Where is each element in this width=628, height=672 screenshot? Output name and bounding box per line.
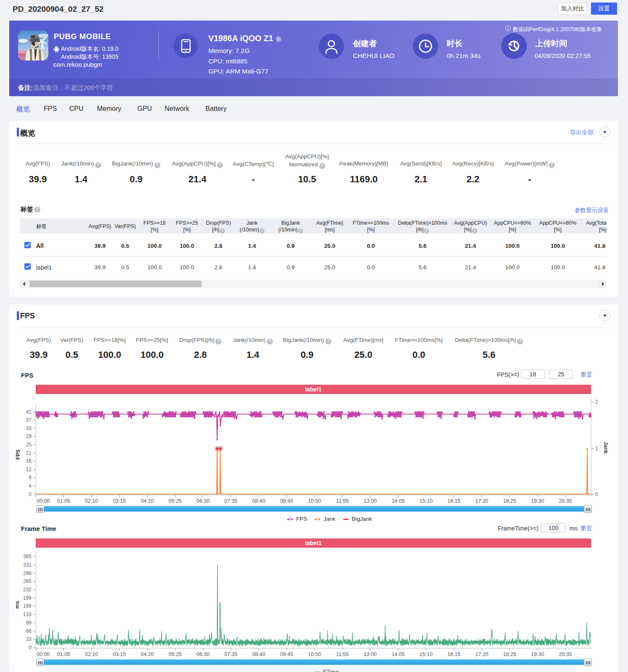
svg-text:07:35: 07:35 [224, 498, 237, 504]
svg-text:11:55: 11:55 [336, 651, 349, 657]
svg-text:01:05: 01:05 [57, 498, 70, 504]
svg-text:04:20: 04:20 [141, 651, 154, 657]
svg-text:199: 199 [23, 595, 32, 601]
svg-text:17:20: 17:20 [475, 498, 488, 504]
svg-text:06:30: 06:30 [197, 651, 210, 657]
svg-text:18:25: 18:25 [503, 651, 516, 657]
svg-text:33: 33 [26, 425, 32, 431]
svg-text:21: 21 [26, 450, 32, 456]
svg-text:02:10: 02:10 [85, 498, 98, 504]
svg-text:05:25: 05:25 [168, 651, 181, 657]
svg-text:2: 2 [595, 399, 598, 405]
svg-text:13:00: 13:00 [364, 651, 377, 657]
svg-text:37: 37 [26, 417, 32, 423]
svg-text:166: 166 [23, 603, 32, 609]
svg-text:03:15: 03:15 [113, 498, 126, 504]
svg-text:331: 331 [23, 562, 32, 568]
svg-text:41: 41 [26, 409, 32, 415]
svg-text:20:35: 20:35 [559, 498, 572, 504]
svg-text:0: 0 [29, 491, 32, 497]
svg-text:66: 66 [26, 628, 32, 634]
svg-text:25: 25 [26, 442, 32, 448]
svg-text:10:50: 10:50 [308, 651, 321, 657]
svg-text:10:50: 10:50 [308, 498, 321, 504]
svg-text:365: 365 [23, 554, 32, 559]
svg-text:11:55: 11:55 [336, 498, 349, 504]
svg-text:133: 133 [23, 612, 32, 617]
svg-text:17:20: 17:20 [475, 651, 488, 657]
svg-text:14:05: 14:05 [392, 498, 405, 504]
svg-text:01:05: 01:05 [57, 651, 70, 657]
svg-text:29: 29 [26, 433, 32, 439]
svg-text:8: 8 [29, 475, 32, 480]
svg-text:13:00: 13:00 [364, 498, 377, 504]
svg-text:33: 33 [26, 636, 32, 642]
svg-text:99: 99 [26, 620, 32, 626]
svg-text:0: 0 [595, 491, 598, 497]
svg-text:04:20: 04:20 [141, 498, 154, 504]
svg-text:00:00: 00:00 [37, 651, 50, 657]
svg-text:1: 1 [595, 446, 598, 452]
svg-text:03:15: 03:15 [113, 651, 126, 657]
svg-text:16: 16 [26, 458, 32, 464]
svg-text:15:10: 15:10 [420, 651, 433, 657]
svg-text:20:35: 20:35 [559, 651, 572, 657]
svg-text:05:25: 05:25 [168, 498, 181, 504]
svg-text:FPS: FPS [15, 449, 21, 459]
svg-text:16:15: 16:15 [447, 498, 460, 504]
svg-text:09:45: 09:45 [280, 498, 293, 504]
svg-text:0: 0 [29, 645, 32, 651]
svg-text:ms: ms [14, 601, 20, 609]
svg-text:12: 12 [26, 467, 32, 472]
svg-text:232: 232 [23, 587, 32, 593]
svg-text:08:40: 08:40 [252, 498, 265, 504]
svg-text:08:40: 08:40 [252, 651, 265, 657]
svg-text:02:10: 02:10 [85, 651, 98, 657]
svg-text:15:10: 15:10 [420, 498, 433, 504]
svg-text:298: 298 [23, 570, 32, 576]
svg-text:16:15: 16:15 [447, 651, 460, 657]
svg-text:07:35: 07:35 [224, 651, 237, 657]
svg-text:00:00: 00:00 [37, 498, 50, 504]
svg-text:265: 265 [23, 578, 32, 584]
svg-text:Jank: Jank [603, 442, 609, 454]
svg-text:06:30: 06:30 [197, 498, 210, 504]
svg-text:09:45: 09:45 [280, 651, 293, 657]
svg-text:18:25: 18:25 [503, 498, 516, 504]
svg-text:14:05: 14:05 [392, 651, 405, 657]
svg-text:19:30: 19:30 [531, 498, 544, 504]
svg-text:19:30: 19:30 [531, 651, 544, 657]
svg-text:4: 4 [29, 483, 32, 489]
